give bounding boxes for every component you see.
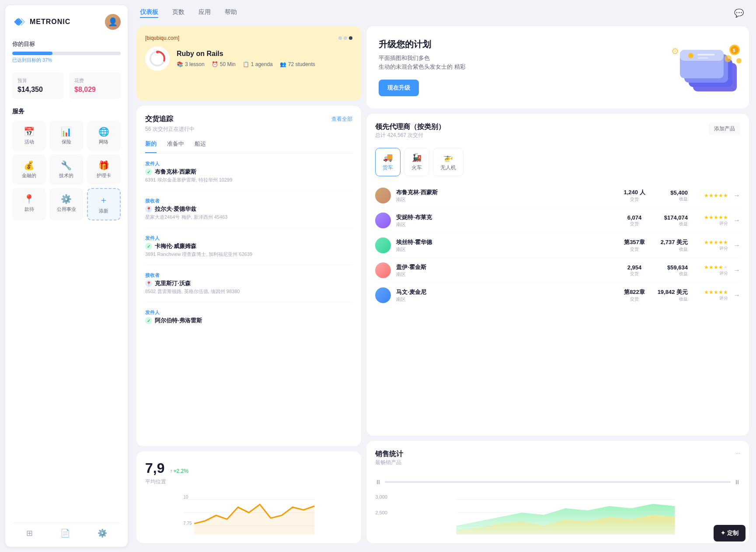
students-icon: 👥 [280, 61, 286, 67]
tracking-item-3: 发件人 ✓ 卡梅伦·威廉姆森 3891 Ranchview 理查森博士, 加利福… [145, 235, 352, 265]
nav-right: 💬 [734, 8, 744, 18]
settings-icon[interactable]: ⚙️ [98, 528, 107, 538]
drone-icon: 🚁 [443, 153, 453, 162]
svg-text:$: $ [733, 48, 735, 53]
view-all-btn[interactable]: 查看全部 [331, 115, 352, 123]
agent-arrow-1[interactable]: → [733, 192, 740, 199]
service-item-insurance[interactable]: 📊 保险 [49, 121, 83, 151]
tracking-name-2: 📍 拉尔夫·爱德华兹 [145, 205, 352, 213]
notification-icon[interactable]: 💬 [734, 8, 744, 18]
layers-icon[interactable]: ⊞ [26, 528, 33, 538]
expense-card: 花费 $8,029 [69, 72, 121, 99]
agent-arrow-5[interactable]: → [733, 291, 740, 299]
customize-button[interactable]: ✦ 定制 [714, 525, 746, 542]
goal-label: 你的目标 [12, 40, 121, 48]
goal-section: 你的目标 已达到目标的 37% [12, 40, 121, 63]
service-name-hospitality: 款待 [24, 206, 34, 213]
tracking-card: 交货追踪 查看全部 56 次交付正在进行中 新的 准备中 船运 发件人 ✓ 布鲁… [136, 106, 361, 446]
agenda-icon: 📋 [243, 61, 249, 67]
service-name-utility: 公用事业 [57, 206, 76, 213]
tracking-role-2: 接收者 [145, 198, 352, 204]
avatar-image: 👤 [105, 14, 121, 30]
category-tabs: 🚚 货车 🚂 火车 🚁 无人机 [375, 148, 740, 176]
finance-icon: 💰 [24, 160, 35, 171]
cat-tab-train[interactable]: 🚂 火车 [404, 148, 429, 176]
dot-1 [338, 36, 342, 40]
students-count: 👥 72 students [280, 61, 315, 67]
tracking-tabs: 新的 准备中 船运 [145, 140, 352, 154]
service-item-hospitality[interactable]: 📍 款待 [12, 188, 46, 220]
tab-new[interactable]: 新的 [145, 140, 157, 153]
agent-region-3: 南区 [396, 246, 616, 253]
sales-stats-card: 销售统计 最畅销产品 ··· ⏸ ⏸ 3,000 2,500 [366, 441, 749, 543]
cat-tab-truck[interactable]: 🚚 货车 [375, 148, 401, 176]
add-icon: ＋ [99, 194, 108, 206]
activity-icon: 📅 [24, 126, 35, 137]
course-thumbnail [145, 46, 170, 71]
trend-arrow: ↑ [170, 468, 172, 474]
agent-row-4: 盖伊·霍金斯 南区 2,954 交货 $59,634 收益 ★★★★★ 评分 [375, 258, 740, 283]
upgrade-button[interactable]: 现在升级 [379, 80, 419, 96]
budget-value: $14,350 [17, 86, 59, 94]
service-item-network[interactable]: 🌐 网络 [87, 121, 121, 151]
expense-label: 花费 [74, 77, 115, 84]
agent-row-5: 马文·麦金尼 南区 第822章 交货 19,842 美元 收益 ★★★★★ 评分 [375, 283, 740, 307]
agent-stat-3: 第357章 交货 [621, 238, 648, 252]
agent-name-5: 马文·麦金尼 [396, 288, 616, 296]
svg-marker-8 [194, 504, 314, 535]
service-item-add[interactable]: ＋ 添新 [87, 188, 121, 220]
logo-icon [12, 15, 26, 29]
upgrade-desc: 平面插图和我们多色 生动的未混合紫色头发女士的 精彩 [379, 54, 667, 71]
agent-info-3: 埃丝特·霍华德 南区 [396, 238, 616, 253]
agent-money-5: 19,842 美元 收益 [653, 288, 688, 302]
train-icon: 🚂 [412, 153, 422, 162]
tracking-role-5: 发件人 [145, 309, 352, 316]
budget-card: 预算 $14,350 [12, 72, 64, 99]
service-item-activity[interactable]: 📅 活动 [12, 121, 46, 151]
course-card: [biqubiqu.com] [136, 26, 361, 101]
tab-shipping[interactable]: 船运 [195, 140, 206, 153]
svg-point-21 [736, 58, 742, 63]
nav-link-apps[interactable]: 应用 [199, 8, 211, 18]
agent-avatar-4 [375, 262, 391, 278]
agent-arrow-4[interactable]: → [733, 266, 740, 274]
sales-slider[interactable] [385, 481, 731, 483]
nav-link-pages[interactable]: 页数 [172, 8, 185, 18]
y-axis-labels: 3,000 2,500 [375, 491, 387, 515]
service-item-utility[interactable]: ⚙️ 公用事业 [49, 188, 83, 220]
budget-row: 预算 $14,350 花费 $8,029 [12, 72, 121, 99]
nav-link-help[interactable]: 帮助 [225, 8, 237, 18]
service-item-tech[interactable]: 🔧 技术的 [49, 154, 83, 185]
cat-tab-drone[interactable]: 🚁 无人机 [433, 148, 463, 176]
svg-rect-15 [697, 54, 715, 56]
nav-link-dashboard[interactable]: 仪表板 [140, 8, 158, 18]
service-name-finance: 金融的 [22, 172, 36, 179]
dot-2 [344, 36, 347, 40]
hospitality-icon: 📍 [24, 194, 35, 204]
agent-region-5: 南区 [396, 296, 616, 303]
tracking-subtitle: 56 次交付正在进行中 [145, 126, 352, 133]
agent-arrow-2[interactable]: → [733, 217, 740, 224]
sales-menu-icon[interactable]: ··· [735, 450, 740, 456]
agenda-count: 📋 1 agenda [243, 61, 273, 67]
user-avatar[interactable]: 👤 [105, 14, 121, 30]
sender-icon-1: ✓ [145, 168, 152, 175]
service-item-finance[interactable]: 💰 金融的 [12, 154, 46, 185]
document-icon[interactable]: 📄 [60, 528, 70, 538]
agent-arrow-3[interactable]: → [733, 241, 740, 249]
budget-label: 预算 [17, 77, 59, 84]
lesson-count: 📚 3 lesson [177, 61, 205, 67]
sidebar-header: METRONIC 👤 [12, 14, 121, 30]
tab-preparing[interactable]: 准备中 [167, 140, 184, 153]
cat-label-drone: 无人机 [440, 164, 456, 171]
network-icon: 🌐 [98, 126, 109, 137]
tracking-header: 交货追踪 查看全部 [145, 115, 352, 124]
sales-chart-container: 3,000 2,500 [375, 491, 740, 535]
tracking-role-4: 接收者 [145, 272, 352, 279]
service-item-care[interactable]: 🎁 护理卡 [87, 154, 121, 185]
add-product-button[interactable]: 添加产品 [709, 122, 740, 135]
tracking-name-5: ✓ 阿尔伯特·弗洛雷斯 [145, 317, 352, 325]
sales-chart-svg [391, 491, 740, 535]
pause-icon-left: ⏸ [375, 479, 381, 486]
stars-3: ★★★★★ [693, 239, 728, 245]
